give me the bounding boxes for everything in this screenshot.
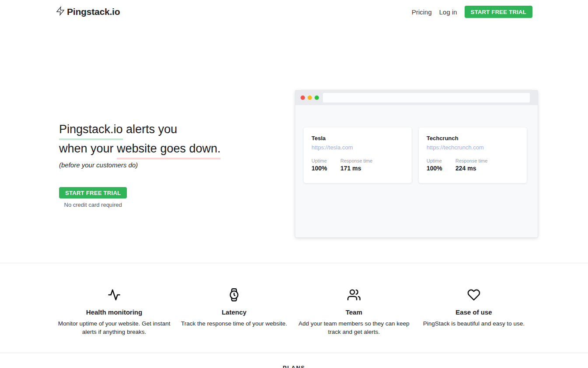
feature-description: Monitor uptime of your website. Get inst… <box>58 319 171 336</box>
header-nav: Pricing Log in START FREE TRIAL <box>412 6 532 18</box>
logo[interactable]: Pingstack.io <box>56 6 120 18</box>
logo-text: Pingstack.io <box>67 7 120 17</box>
feature-health-monitoring: Health monitoring Monitor uptime of your… <box>54 288 174 353</box>
monitor-url: https://tesla.com <box>312 144 404 151</box>
uptime-label: Uptime <box>427 158 455 163</box>
monitor-stats: Uptime 100% Response time 171 ms <box>312 158 404 172</box>
footer-section: PLANS <box>0 353 588 368</box>
browser-content: Tesla https://tesla.com Uptime 100% Resp… <box>295 105 538 183</box>
hero-subtext: (before your customers do) <box>59 161 138 169</box>
feature-title: Health monitoring <box>54 308 174 316</box>
heart-icon <box>414 288 534 303</box>
browser-url-bar <box>323 93 530 103</box>
feature-description: PingStack is beautiful and easy to use. <box>417 319 530 328</box>
response-time-value: 171 ms <box>340 165 372 172</box>
zap-icon <box>56 6 65 18</box>
traffic-light-green-icon <box>315 96 319 100</box>
feature-title: Ease of use <box>414 308 534 316</box>
browser-toolbar <box>295 90 538 105</box>
hero-heading: Pingstack.io alerts you when your websit… <box>59 121 220 159</box>
monitor-name: Tesla <box>312 135 404 142</box>
nav-start-free-trial-button[interactable]: START FREE TRIAL <box>465 6 532 18</box>
uptime-stat: Uptime 100% <box>427 158 455 172</box>
monitor-card-tesla: Tesla https://tesla.com Uptime 100% Resp… <box>304 127 412 183</box>
nav-link-login[interactable]: Log in <box>439 8 457 16</box>
hero-section: Pingstack.io alerts you when your websit… <box>0 24 588 263</box>
monitor-stats: Uptime 100% Response time 224 ms <box>427 158 519 172</box>
monitor-card-techcrunch: Techcrunch https://techcrunch.com Uptime… <box>419 127 527 183</box>
traffic-light-yellow-icon <box>308 96 312 100</box>
uptime-value: 100% <box>312 165 340 172</box>
activity-icon <box>54 288 174 303</box>
monitor-url: https://techcrunch.com <box>427 144 519 151</box>
uptime-value: 100% <box>427 165 455 172</box>
hero-start-free-trial-button[interactable]: START FREE TRIAL <box>59 187 127 198</box>
response-time-stat: Response time 171 ms <box>340 158 372 172</box>
nav-link-pricing[interactable]: Pricing <box>412 8 432 16</box>
no-credit-card-note: No credit card required <box>64 202 122 208</box>
users-icon <box>294 288 414 303</box>
response-time-stat: Response time 224 ms <box>455 158 487 172</box>
feature-description: Add your team members so they can keep t… <box>298 319 410 336</box>
feature-ease-of-use: Ease of use PingStack is beautiful and e… <box>414 288 534 353</box>
browser-mockup: Tesla https://tesla.com Uptime 100% Resp… <box>295 90 538 237</box>
hero-heading-line2-prefix: when your <box>59 142 117 155</box>
response-time-label: Response time <box>340 158 372 163</box>
feature-description: Track the response time of your website. <box>178 319 290 328</box>
feature-team: Team Add your team members so they can k… <box>294 288 414 353</box>
feature-latency: Latency Track the response time of your … <box>174 288 294 353</box>
hero-heading-highlight-down: website goes down. <box>117 140 220 159</box>
response-time-label: Response time <box>455 158 487 163</box>
uptime-label: Uptime <box>312 158 340 163</box>
hero-cta-block: START FREE TRIAL No credit card required <box>59 187 127 208</box>
feature-title: Latency <box>174 308 294 316</box>
traffic-light-red-icon <box>301 96 305 100</box>
feature-title: Team <box>294 308 414 316</box>
plans-heading: PLANS <box>0 364 588 368</box>
landing-page: Pingstack.io Pricing Log in START FREE T… <box>0 0 588 368</box>
traffic-lights <box>301 96 319 100</box>
watch-icon <box>174 288 294 303</box>
features-section: Health monitoring Monitor uptime of your… <box>0 263 588 353</box>
hero-heading-highlight-brand: Pingstack.io <box>59 121 123 140</box>
header: Pingstack.io Pricing Log in START FREE T… <box>0 0 588 24</box>
uptime-stat: Uptime 100% <box>312 158 340 172</box>
response-time-value: 224 ms <box>455 165 487 172</box>
hero-heading-line1-rest: alerts you <box>123 123 178 136</box>
monitor-name: Techcrunch <box>427 135 519 142</box>
